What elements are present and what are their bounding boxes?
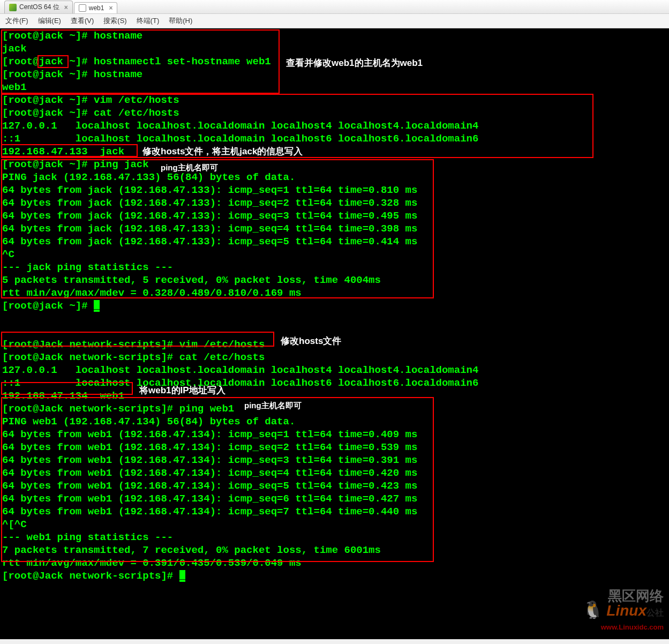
watermark-heiqu: 黑区网络	[608, 588, 664, 604]
terminal-line: 7 packets transmitted, 7 received, 0% pa…	[2, 544, 667, 557]
terminal-line: [root@jack ~]# vim /etc/hosts	[2, 94, 667, 107]
terminal-line: ^C	[2, 248, 667, 261]
menu-search[interactable]: 搜索(S)	[103, 16, 126, 26]
terminal-line: 192.168.47.134 web1	[2, 390, 667, 402]
menu-terminal[interactable]: 终端(T)	[137, 16, 160, 26]
terminal-line: 64 bytes from web1 (192.168.47.134): icm…	[2, 492, 667, 505]
terminal-line: --- jack ping statistics ---	[2, 261, 667, 274]
menu-file[interactable]: 文件(F)	[5, 16, 28, 26]
terminal-line: 64 bytes from web1 (192.168.47.134): icm…	[2, 467, 667, 480]
terminal-line: [root@jack ~]# _	[2, 299, 667, 312]
annotation-text: ping主机名即可	[244, 399, 302, 412]
terminal-line: 5 packets transmitted, 5 received, 0% pa…	[2, 274, 667, 287]
terminal-line: ::1 localhost localhost.localdomain loca…	[2, 377, 667, 390]
terminal-output[interactable]: [root@jack ~]# hostname jack [root@jack …	[0, 28, 669, 639]
terminal-line: 64 bytes from jack (192.168.47.133): icm…	[2, 235, 667, 248]
penguin-icon: 🐧	[582, 600, 604, 619]
close-icon[interactable]: ×	[109, 4, 112, 12]
terminal-line: rtt min/avg/max/mdev = 0.391/0.435/0.539…	[2, 557, 667, 570]
terminal-line: [root@jack ~]# ping jack	[2, 158, 667, 171]
annotation-text: 修改hosts文件，将主机jack的信息写入	[142, 145, 303, 158]
terminal-line: 64 bytes from web1 (192.168.47.134): icm…	[2, 505, 667, 518]
menu-bar: 文件(F) 编辑(E) 查看(V) 搜索(S) 终端(T) 帮助(H)	[0, 14, 669, 28]
terminal-line: 64 bytes from web1 (192.168.47.134): icm…	[2, 441, 667, 454]
cursor-icon: _	[94, 300, 100, 312]
close-icon[interactable]: ×	[64, 4, 68, 11]
terminal-line: 127.0.0.1 localhost localhost.localdomai…	[2, 119, 667, 132]
annotation-text: 查看并修改web1的主机名为web1	[286, 57, 423, 70]
tab-centos[interactable]: CentOS 64 位 ×	[4, 1, 73, 13]
terminal-line: jack	[2, 42, 667, 55]
annotation-text: 将web1的IP地址写入	[139, 384, 225, 397]
terminal-line: --- web1 ping statistics ---	[2, 531, 667, 544]
terminal-line: ^[^C	[2, 518, 667, 531]
tab-bar: CentOS 64 位 × web1 ×	[0, 0, 669, 14]
menu-edit[interactable]: 编辑(E)	[38, 16, 61, 26]
terminal-line: 64 bytes from jack (192.168.47.133): icm…	[2, 184, 667, 197]
tab-web1[interactable]: web1 ×	[74, 2, 118, 13]
document-icon	[79, 4, 86, 12]
tab-label: CentOS 64 位	[19, 3, 59, 12]
terminal-line: 64 bytes from web1 (192.168.47.134): icm…	[2, 454, 667, 467]
centos-icon	[9, 4, 17, 11]
terminal-line: [root@jack ~]# hostname	[2, 68, 667, 81]
terminal-line: [root@Jack network-scripts]# ping web1	[2, 402, 667, 415]
terminal-line	[2, 312, 667, 325]
terminal-line: [root@jack ~]# hostname	[2, 29, 667, 42]
watermark-url: www.Linuxidc.com	[601, 623, 664, 631]
terminal-line: 64 bytes from web1 (192.168.47.134): icm…	[2, 480, 667, 492]
terminal-line: [root@jack ~]# cat /etc/hosts	[2, 107, 667, 119]
terminal-line: [root@Jack network-scripts]# _	[2, 570, 667, 582]
watermark: 黑区网络 🐧 Linux公社 www.Linuxidc.com	[582, 589, 664, 634]
terminal-line: 64 bytes from jack (192.168.47.133): icm…	[2, 197, 667, 209]
terminal-line: 64 bytes from jack (192.168.47.133): icm…	[2, 209, 667, 222]
terminal-line: 64 bytes from web1 (192.168.47.134): icm…	[2, 428, 667, 441]
terminal-line: PING jack (192.168.47.133) 56(84) bytes …	[2, 171, 667, 184]
cursor-icon: _	[179, 570, 185, 582]
terminal-line: ::1 localhost localhost.localdomain loca…	[2, 132, 667, 145]
terminal-line: PING web1 (192.168.47.134) 56(84) bytes …	[2, 415, 667, 428]
terminal-line: 127.0.0.1 localhost localhost.localdomai…	[2, 364, 667, 377]
annotation-text: ping主机名即可	[161, 161, 218, 174]
terminal-line: 64 bytes from jack (192.168.47.133): icm…	[2, 222, 667, 235]
annotation-text: 修改hosts文件	[281, 335, 341, 348]
tab-label: web1	[89, 4, 104, 12]
terminal-line: web1	[2, 81, 667, 94]
watermark-suffix: 公社	[647, 608, 664, 617]
terminal-line: 192.168.47.133 jack	[2, 145, 667, 158]
menu-view[interactable]: 查看(V)	[71, 16, 94, 26]
menu-help[interactable]: 帮助(H)	[169, 16, 192, 26]
terminal-line: rtt min/avg/max/mdev = 0.328/0.489/0.810…	[2, 287, 667, 299]
terminal-line: [root@Jack network-scripts]# cat /etc/ho…	[2, 351, 667, 364]
watermark-logo: Linux	[606, 602, 647, 619]
